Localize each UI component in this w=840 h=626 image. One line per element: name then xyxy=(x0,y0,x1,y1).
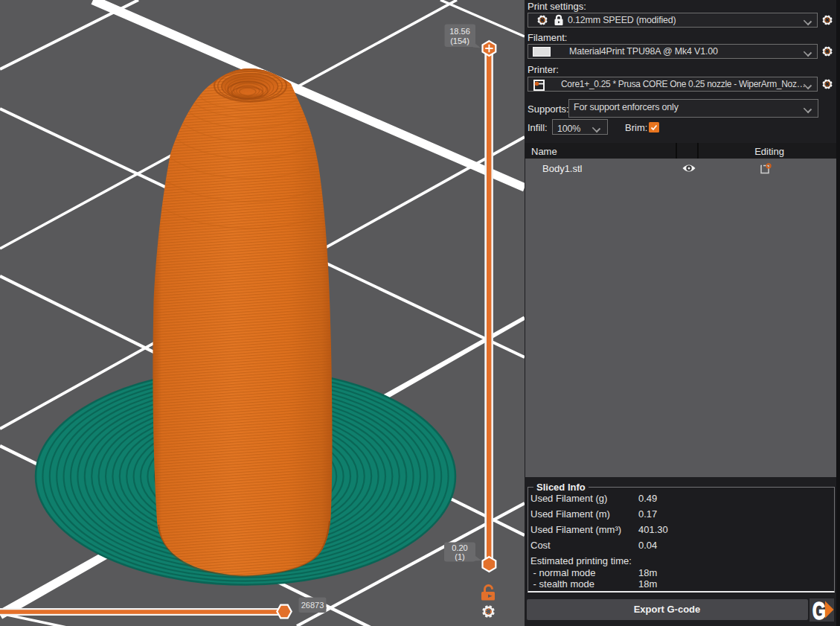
svg-text:(1): (1) xyxy=(455,552,464,561)
svg-text:(154): (154) xyxy=(450,36,469,45)
svg-text:18.56: 18.56 xyxy=(449,27,470,36)
svg-text:26873: 26873 xyxy=(301,601,324,610)
svg-text:0.20: 0.20 xyxy=(452,543,467,552)
svg-text:G: G xyxy=(812,598,826,622)
